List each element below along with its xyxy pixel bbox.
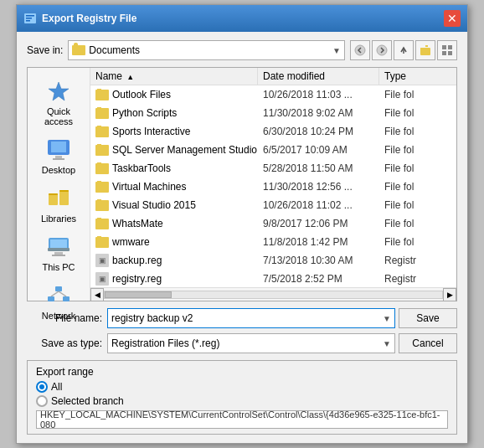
cancel-button[interactable]: Cancel xyxy=(399,333,457,353)
file-cell-name: TaskbarTools xyxy=(90,162,258,174)
svg-rect-1 xyxy=(26,15,34,17)
svg-rect-2 xyxy=(26,18,32,19)
col-date-header[interactable]: Date modified xyxy=(258,68,379,85)
file-cell-name: ▣ registry.reg xyxy=(90,272,258,286)
save-button[interactable]: Save xyxy=(399,308,457,328)
file-name-text: wmware xyxy=(112,236,150,248)
close-button[interactable]: ✕ xyxy=(444,10,461,27)
radio-branch-label: Selected branch xyxy=(51,395,124,407)
scroll-left-button[interactable]: ◀ xyxy=(90,288,104,301)
folder-icon xyxy=(95,182,109,193)
save-as-type-row: Save as type: Registration Files (*.reg)… xyxy=(27,333,457,353)
back-button[interactable] xyxy=(350,40,370,60)
quick-access-label: Quick access xyxy=(32,106,85,126)
file-cell-name: Visual Studio 2015 xyxy=(90,199,258,211)
save-in-combo[interactable]: Documents ▼ xyxy=(68,40,345,60)
radio-branch-button[interactable] xyxy=(36,395,48,407)
file-cell-type: Registr xyxy=(379,273,456,285)
save-as-type-container: Registration Files (*.reg) ▼ Cancel xyxy=(107,333,457,353)
save-as-type-value: Registration Files (*.reg) xyxy=(111,337,219,349)
folder-icon xyxy=(95,163,109,174)
file-cell-date: 10/26/2018 11:02 ... xyxy=(258,199,379,211)
save-in-arrow: ▼ xyxy=(332,46,341,55)
star-icon xyxy=(45,78,72,105)
desktop-label: Desktop xyxy=(42,165,75,175)
svg-rect-28 xyxy=(48,296,54,301)
table-row[interactable]: wmware 11/8/2018 1:42 PM File fol xyxy=(90,233,456,251)
table-row[interactable]: SQL Server Management Studio 6/5/2017 10… xyxy=(90,141,456,159)
export-range-title: Export range xyxy=(36,366,448,378)
file-cell-name: Outlook Files xyxy=(90,89,258,100)
view-button[interactable] xyxy=(437,40,457,60)
table-row[interactable]: Outlook Files 10/26/2018 11:03 ... File … xyxy=(90,85,456,104)
table-row[interactable]: Python Scripts 11/30/2018 9:02 AM File f… xyxy=(90,104,456,122)
desktop-icon xyxy=(45,136,72,163)
dialog-icon xyxy=(23,12,37,25)
file-cell-type: File fol xyxy=(379,107,456,119)
table-row[interactable]: Sports Interactive 6/30/2018 10:24 PM Fi… xyxy=(90,122,456,141)
file-cell-date: 6/30/2018 10:24 PM xyxy=(258,126,379,137)
title-bar-left: Export Registry File xyxy=(23,12,136,25)
scrollbar-track xyxy=(104,291,443,299)
file-name-row: File name: registry backup v2 ▼ Save xyxy=(27,308,457,328)
table-row[interactable]: WhatsMate 9/8/2017 12:06 PM File fol xyxy=(90,214,456,233)
file-cell-date: 7/5/2018 2:52 PM xyxy=(258,273,379,285)
scroll-right-button[interactable]: ▶ xyxy=(443,288,456,301)
dialog-title: Export Registry File xyxy=(42,13,136,24)
svg-rect-19 xyxy=(49,193,58,195)
table-row[interactable]: TaskbarTools 5/28/2018 11:50 AM File fol xyxy=(90,159,456,178)
libraries-label: Libraries xyxy=(41,214,76,224)
export-range: Export range All Selected branch HKEY_LO… xyxy=(27,360,457,435)
svg-rect-26 xyxy=(48,248,70,251)
forward-button[interactable] xyxy=(372,40,392,60)
file-name-text: backup.reg xyxy=(112,255,162,266)
folder-icon xyxy=(95,126,109,137)
file-cell-date: 5/28/2018 11:50 AM xyxy=(258,162,379,174)
svg-rect-12 xyxy=(448,51,452,55)
radio-all-inner xyxy=(39,384,44,389)
table-row[interactable]: Visual Studio 2015 10/26/2018 11:02 ... … xyxy=(90,196,456,214)
svg-rect-11 xyxy=(442,51,446,55)
svg-rect-18 xyxy=(49,193,58,205)
radio-branch-row: Selected branch xyxy=(36,395,448,407)
folder-icon xyxy=(95,237,109,248)
col-type-header[interactable]: Type xyxy=(379,68,456,85)
sidebar-item-desktop[interactable]: Desktop xyxy=(30,133,87,178)
svg-rect-21 xyxy=(59,190,69,192)
table-row[interactable]: Virtual Machines 11/30/2018 12:56 ... Fi… xyxy=(90,178,456,196)
file-cell-name: Python Scripts xyxy=(90,107,258,119)
sidebar-item-libraries[interactable]: Libraries xyxy=(30,182,87,227)
table-row[interactable]: ▣ registry.reg 7/5/2018 2:52 PM Registr xyxy=(90,270,456,287)
file-name-text: WhatsMate xyxy=(112,218,163,229)
scrollbar-thumb[interactable] xyxy=(105,291,172,298)
toolbar-buttons xyxy=(350,40,457,60)
file-cell-date: 10/26/2018 11:03 ... xyxy=(258,89,379,100)
file-cell-date: 11/30/2018 9:02 AM xyxy=(258,107,379,119)
dialog-body: Save in: Documents ▼ xyxy=(17,32,467,443)
registry-path-value: HKEY_LOCAL_MACHINE\SYSTEM\CurrentControl… xyxy=(40,410,444,429)
export-registry-dialog: Export Registry File ✕ Save in: Document… xyxy=(16,4,468,444)
col-name-header[interactable]: Name ▲ xyxy=(90,68,258,85)
save-as-type-select[interactable]: Registration Files (*.reg) ▼ xyxy=(107,333,395,353)
svg-rect-15 xyxy=(51,142,66,152)
svg-point-5 xyxy=(377,45,387,55)
sidebar-item-thispc[interactable]: This PC xyxy=(30,230,87,275)
svg-rect-20 xyxy=(59,190,69,205)
file-name-label: File name: xyxy=(27,312,102,324)
new-folder-button[interactable] xyxy=(415,40,435,60)
file-name-input[interactable]: registry backup v2 ▼ xyxy=(107,308,395,328)
file-cell-type: File fol xyxy=(379,236,456,248)
file-cell-date: 7/13/2018 10:30 AM xyxy=(258,255,379,266)
up-button[interactable] xyxy=(394,40,414,60)
table-row[interactable]: ▣ backup.reg 7/13/2018 10:30 AM Registr xyxy=(90,251,456,270)
file-cell-name: wmware xyxy=(90,236,258,248)
folder-icon xyxy=(95,145,109,156)
file-name-text: Outlook Files xyxy=(112,89,171,100)
file-cell-type: File fol xyxy=(379,144,456,156)
file-name-text: TaskbarTools xyxy=(112,162,171,174)
radio-all-button[interactable] xyxy=(36,381,48,393)
bottom-fields: File name: registry backup v2 ▼ Save Sav… xyxy=(27,308,457,353)
svg-rect-27 xyxy=(55,286,62,291)
sidebar-item-quick-access[interactable]: Quick access xyxy=(30,75,87,130)
file-cell-date: 11/30/2018 12:56 ... xyxy=(258,181,379,193)
